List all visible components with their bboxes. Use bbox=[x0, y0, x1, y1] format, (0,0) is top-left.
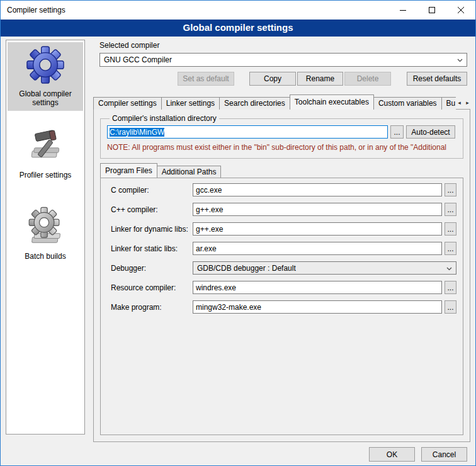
make-program-browse-button[interactable]: ... bbox=[445, 300, 456, 314]
tab-compiler-settings[interactable]: Compiler settings bbox=[93, 97, 162, 110]
selected-compiler-select[interactable]: GNU GCC Compiler bbox=[99, 53, 467, 67]
rename-button[interactable]: Rename bbox=[297, 72, 343, 86]
debugger-select[interactable]: GDB/CDB debugger : Default bbox=[193, 261, 456, 275]
ok-button[interactable]: OK bbox=[369, 447, 415, 462]
dialog-header-title: Global compiler settings bbox=[183, 22, 293, 33]
close-icon bbox=[458, 7, 464, 13]
chevron-down-icon bbox=[457, 55, 463, 64]
tab-scroll-left-button[interactable]: ◂ bbox=[455, 98, 463, 107]
maximize-button[interactable] bbox=[417, 1, 446, 20]
chevron-down-icon bbox=[446, 264, 452, 273]
tab-custom-variables[interactable]: Custom variables bbox=[373, 97, 442, 110]
dialog-header: Global compiler settings bbox=[1, 20, 475, 37]
maximize-icon bbox=[429, 7, 435, 13]
installation-directory-row: C:\raylib\MinGW ... Auto-detect bbox=[107, 125, 455, 139]
minimize-button[interactable] bbox=[388, 1, 417, 20]
form-row: Linker for static libs: ... bbox=[101, 242, 463, 256]
subtab-strip: Program Files Additional Paths bbox=[100, 163, 220, 178]
c-compiler-label: C compiler: bbox=[111, 186, 149, 195]
selected-compiler-value: GNU GCC Compiler bbox=[104, 55, 172, 64]
sidebar-item-global-compiler-settings[interactable]: Global compiler settings bbox=[8, 42, 83, 111]
note-text: NOTE: All programs must exist either in … bbox=[107, 143, 459, 152]
auto-detect-button[interactable]: Auto-detect bbox=[406, 125, 455, 139]
tab-search-directories[interactable]: Search directories bbox=[219, 97, 290, 110]
main-area: Selected compiler GNU GCC Compiler Set a… bbox=[92, 40, 472, 446]
sidebar-item-label: Batch builds bbox=[25, 252, 65, 261]
sidebar-item-label: Global compiler settings bbox=[9, 89, 82, 107]
sidebar: Global compiler settings Profiler settin… bbox=[6, 40, 85, 435]
close-button[interactable] bbox=[446, 1, 475, 20]
c-compiler-input[interactable] bbox=[193, 183, 442, 196]
toolchain-executables-panel: Compiler's installation directory C:\ray… bbox=[93, 109, 470, 442]
tab-toolchain-executables[interactable]: Toolchain executables bbox=[290, 94, 374, 110]
tab-build[interactable]: Build bbox=[441, 97, 456, 110]
selected-compiler-label: Selected compiler bbox=[99, 41, 159, 50]
minimize-icon bbox=[400, 7, 406, 13]
tab-scroll-right-button[interactable]: ▸ bbox=[463, 98, 472, 107]
make-program-label: Make program: bbox=[111, 303, 162, 312]
installation-directory-group: Compiler's installation directory C:\ray… bbox=[100, 118, 463, 159]
tab-scroll-arrows: ◂ ▸ bbox=[455, 98, 472, 107]
window-controls bbox=[388, 1, 475, 20]
copy-button[interactable]: Copy bbox=[249, 72, 296, 86]
form-row: C compiler: ... bbox=[101, 183, 463, 197]
cancel-button[interactable]: Cancel bbox=[421, 447, 467, 462]
cpp-compiler-label: C++ compiler: bbox=[111, 205, 158, 214]
subtab-program-files[interactable]: Program Files bbox=[100, 163, 157, 178]
delete-button[interactable]: Delete bbox=[344, 72, 391, 86]
form-row: C++ compiler: ... bbox=[101, 203, 463, 217]
installation-directory-browse-button[interactable]: ... bbox=[390, 125, 404, 139]
cpp-compiler-input[interactable] bbox=[193, 203, 442, 216]
make-program-input[interactable] bbox=[193, 300, 442, 314]
reset-defaults-button[interactable]: Reset defaults bbox=[407, 72, 467, 86]
resource-compiler-label: Resource compiler: bbox=[111, 283, 176, 292]
profiler-hammer-icon bbox=[26, 127, 64, 166]
form-row: Make program: ... bbox=[101, 300, 463, 314]
gray-gear-stack-icon bbox=[26, 207, 65, 247]
sidebar-item-profiler-settings[interactable]: Profiler settings bbox=[8, 123, 83, 183]
titlebar: Compiler settings bbox=[1, 1, 475, 20]
form-row: Debugger: GDB/CDB debugger : Default bbox=[101, 261, 463, 275]
set-as-default-button[interactable]: Set as default bbox=[178, 72, 234, 86]
installation-directory-group-title: Compiler's installation directory bbox=[110, 114, 219, 123]
form-row: Resource compiler: ... bbox=[101, 281, 463, 295]
installation-directory-value: C:\raylib\MinGW bbox=[110, 128, 164, 137]
compiler-settings-window: Compiler settings Global compiler settin… bbox=[0, 0, 476, 466]
tab-linker-settings[interactable]: Linker settings bbox=[161, 97, 220, 110]
dynamic-linker-input[interactable] bbox=[193, 222, 442, 236]
dynamic-linker-browse-button[interactable]: ... bbox=[445, 222, 456, 236]
static-linker-input[interactable] bbox=[193, 242, 442, 255]
debugger-label: Debugger: bbox=[111, 264, 146, 273]
tab-strip: Compiler settings Linker settings Search… bbox=[93, 94, 456, 110]
resource-compiler-input[interactable] bbox=[193, 281, 442, 294]
subtab-additional-paths[interactable]: Additional Paths bbox=[157, 166, 222, 178]
program-files-panel: C compiler: ... C++ compiler: ... Linker… bbox=[100, 178, 463, 435]
resource-compiler-browse-button[interactable]: ... bbox=[445, 281, 456, 294]
static-linker-label: Linker for static libs: bbox=[111, 244, 178, 253]
dynamic-linker-label: Linker for dynamic libs: bbox=[111, 225, 188, 234]
debugger-value: GDB/CDB debugger : Default bbox=[197, 264, 296, 273]
installation-directory-input[interactable]: C:\raylib\MinGW bbox=[107, 125, 388, 139]
gear-icon bbox=[26, 45, 65, 84]
form-row: Linker for dynamic libs: ... bbox=[101, 222, 463, 236]
sidebar-item-batch-builds[interactable]: Batch builds bbox=[8, 203, 83, 264]
window-title: Compiler settings bbox=[1, 6, 65, 14]
c-compiler-browse-button[interactable]: ... bbox=[445, 183, 456, 196]
static-linker-browse-button[interactable]: ... bbox=[445, 242, 456, 255]
cpp-compiler-browse-button[interactable]: ... bbox=[445, 203, 456, 216]
sidebar-item-label: Profiler settings bbox=[20, 171, 72, 179]
